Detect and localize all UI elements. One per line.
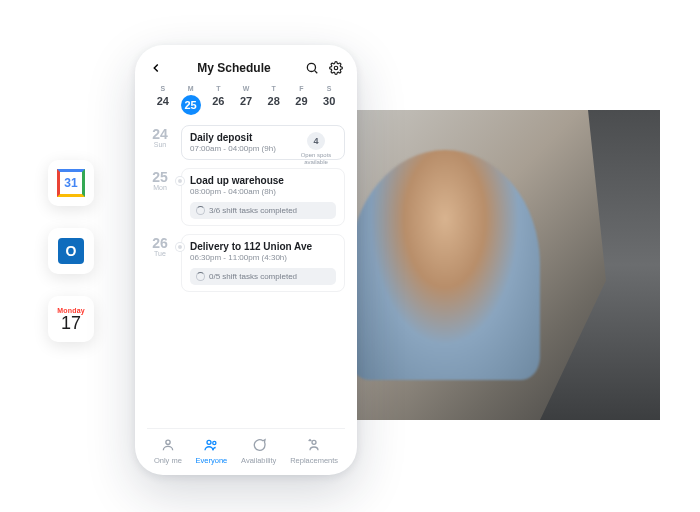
tab-replacements[interactable]: Replacements: [290, 437, 338, 465]
app-header: My Schedule: [147, 59, 345, 83]
weekday-cell[interactable]: F29: [288, 85, 316, 115]
svg-point-6: [312, 440, 316, 444]
people-icon: [203, 437, 219, 453]
open-spots-label: Open spots available: [296, 152, 336, 165]
status-dot-icon: [176, 243, 184, 251]
date-column: 24 Sun: [147, 125, 173, 160]
integration-icons: 31 O Monday 17: [48, 160, 94, 342]
shift-time: 08:00pm - 04:00am (8h): [190, 187, 336, 196]
outlook-icon: O: [48, 228, 94, 274]
svg-point-5: [213, 441, 216, 444]
svg-point-0: [307, 63, 315, 71]
svg-point-4: [207, 440, 211, 444]
schedule-item[interactable]: 26 Tue Delivery to 112 Union Ave 06:30pm…: [147, 234, 345, 292]
svg-point-2: [334, 66, 338, 70]
search-icon[interactable]: [305, 61, 319, 75]
tab-everyone[interactable]: Everyone: [196, 437, 228, 465]
tasks-text: 0/5 shift tasks completed: [209, 272, 297, 281]
gcal-day: 31: [57, 169, 85, 197]
tasks-progress: 0/5 shift tasks completed: [190, 268, 336, 285]
shift-card[interactable]: Delivery to 112 Union Ave 06:30pm - 11:0…: [181, 234, 345, 292]
tasks-progress: 3/6 shift tasks completed: [190, 202, 336, 219]
progress-ring-icon: [196, 206, 205, 215]
person-icon: [160, 437, 176, 453]
gear-icon[interactable]: [329, 61, 343, 75]
progress-ring-icon: [196, 272, 205, 281]
shift-time: 06:30pm - 11:00pm (4:30h): [190, 253, 336, 262]
date-column: 25 Mon: [147, 168, 173, 226]
google-calendar-icon: 31: [48, 160, 94, 206]
phone-mockup: My Schedule S24 M25 T26 W27 T28 F29 S30: [135, 45, 357, 475]
weekday-cell[interactable]: S24: [149, 85, 177, 115]
shift-card[interactable]: Daily deposit 07:00am - 04:00pm (9h) 4 O…: [181, 125, 345, 160]
svg-line-1: [315, 71, 318, 74]
shift-card[interactable]: Load up warehouse 08:00pm - 04:00am (8h)…: [181, 168, 345, 226]
hero-photo: [320, 110, 660, 420]
swap-icon: [306, 437, 322, 453]
weekday-cell[interactable]: W27: [232, 85, 260, 115]
schedule-item[interactable]: 25 Mon Load up warehouse 08:00pm - 04:00…: [147, 168, 345, 226]
tasks-text: 3/6 shift tasks completed: [209, 206, 297, 215]
week-strip: S24 M25 T26 W27 T28 F29 S30: [147, 83, 345, 121]
status-dot-icon: [176, 177, 184, 185]
tab-availability[interactable]: Availability: [241, 437, 276, 465]
page-title: My Schedule: [197, 61, 270, 75]
weekday-cell[interactable]: S30: [315, 85, 343, 115]
open-spots: 4 Open spots available: [296, 132, 336, 165]
open-spots-count: 4: [307, 132, 325, 150]
weekday-cell[interactable]: T26: [204, 85, 232, 115]
shift-title: Load up warehouse: [190, 175, 336, 186]
weekday-cell[interactable]: T28: [260, 85, 288, 115]
back-icon[interactable]: [149, 61, 163, 75]
date-column: 26 Tue: [147, 234, 173, 292]
apple-calendar-icon: Monday 17: [48, 296, 94, 342]
bottom-nav: Only me Everyone Availability Replacemen…: [147, 428, 345, 465]
schedule-item[interactable]: 24 Sun Daily deposit 07:00am - 04:00pm (…: [147, 125, 345, 160]
svg-point-3: [166, 440, 170, 444]
tab-only-me[interactable]: Only me: [154, 437, 182, 465]
apple-cal-day: 17: [61, 314, 81, 332]
weekday-cell-active[interactable]: M25: [177, 85, 205, 115]
chat-icon: [251, 437, 267, 453]
shift-title: Delivery to 112 Union Ave: [190, 241, 336, 252]
schedule-list: 24 Sun Daily deposit 07:00am - 04:00pm (…: [147, 121, 345, 424]
outlook-letter: O: [58, 238, 84, 264]
